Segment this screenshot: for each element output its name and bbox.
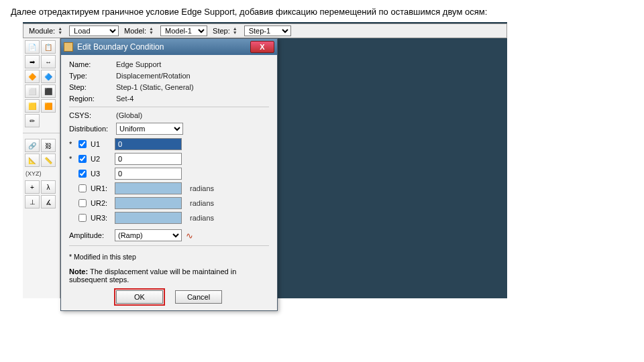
model-select[interactable]: Model-1 <box>160 25 207 36</box>
tool-5[interactable]: 🔶 <box>25 70 40 83</box>
toolbox: 📄📋 ➡↔ 🔶🔷 ⬜⬛ 🟨🟧 ✏ 🔗⛓ 📐📏 (XYZ) +λ ⊥∡ <box>23 38 60 298</box>
tool-12[interactable]: 🔗 <box>25 139 40 152</box>
dof-label: U3 <box>91 170 111 178</box>
region-label: Region: <box>69 95 116 103</box>
tool-10[interactable]: 🟧 <box>41 99 56 113</box>
dof-checkbox-5[interactable] <box>78 214 87 222</box>
tool-6[interactable]: 🔷 <box>41 70 56 83</box>
module-select[interactable]: Load <box>69 25 119 36</box>
dialog-title: Edit Boundary Condition <box>77 42 250 52</box>
tool-19[interactable]: ∡ <box>41 195 56 208</box>
edit-bc-dialog: Edit Boundary Condition X Name:Edge Supp… <box>60 38 278 311</box>
step-label: Step: <box>69 83 116 91</box>
close-button[interactable]: X <box>250 41 274 53</box>
displacement-note: Note: The displacement value will be mai… <box>69 267 269 284</box>
dialog-titlebar[interactable]: Edit Boundary Condition X <box>61 39 277 55</box>
tool-7[interactable]: ⬜ <box>25 84 40 98</box>
context-bar: Module: ▲▼ Load Model: ▲▼ Model-1 Step: … <box>23 23 507 38</box>
viewport: Edit Boundary Condition X Name:Edge Supp… <box>60 38 507 298</box>
dof-label: U2 <box>91 155 111 163</box>
dof-label: U1 <box>91 140 111 148</box>
tool-9[interactable]: 🟨 <box>25 99 40 113</box>
dof-input-0[interactable] <box>115 138 182 150</box>
dof-row-u3: U3 <box>69 168 269 180</box>
modified-star: * <box>69 155 74 163</box>
tool-14[interactable]: 📐 <box>25 154 40 167</box>
step-select[interactable]: Step-1 <box>244 25 291 36</box>
region-value: Set-4 <box>116 95 133 103</box>
dof-checkbox-3[interactable] <box>78 184 87 192</box>
dof-unit: radians <box>190 184 214 192</box>
modified-star: * <box>69 140 74 148</box>
dof-row-ur2: UR2:radians <box>69 197 269 209</box>
model-label: Model: <box>124 27 146 35</box>
xyz-label: (XYZ) <box>23 168 60 179</box>
tool-18[interactable]: ⊥ <box>25 195 40 208</box>
dof-label: UR3: <box>91 214 111 222</box>
tool-1[interactable]: 📄 <box>25 40 40 54</box>
type-value: Displacement/Rotation <box>116 72 191 80</box>
dof-checkbox-1[interactable] <box>78 155 87 163</box>
amplitude-label: Amplitude: <box>69 231 111 239</box>
tool-15[interactable]: 📏 <box>41 154 56 167</box>
name-value: Edge Support <box>116 60 161 68</box>
step-stepper[interactable]: ▲▼ <box>233 27 237 35</box>
instruction-text: Далее отредактируем граничное условие Ed… <box>0 0 644 22</box>
dof-unit: radians <box>190 199 214 207</box>
dof-label: UR1: <box>91 184 111 192</box>
dof-input-1[interactable] <box>115 153 182 165</box>
dof-row-ur1: UR1:radians <box>69 182 269 194</box>
distribution-label: Distribution: <box>69 125 116 133</box>
dof-input-5 <box>115 212 182 224</box>
csys-value: (Global) <box>116 111 142 119</box>
dialog-icon <box>64 42 73 52</box>
step-label: Step: <box>213 27 230 35</box>
model-stepper[interactable]: ▲▼ <box>149 27 154 35</box>
dof-label: UR2: <box>91 199 111 207</box>
name-label: Name: <box>69 60 116 68</box>
tool-8[interactable]: ⬛ <box>41 84 56 98</box>
cancel-button[interactable]: Cancel <box>175 290 222 304</box>
app-window: Module: ▲▼ Load Model: ▲▼ Model-1 Step: … <box>23 22 507 298</box>
amplitude-create-icon[interactable]: ∿ <box>186 231 193 241</box>
dof-row-u1: *U1 <box>69 138 269 150</box>
amplitude-select[interactable]: (Ramp) <box>115 229 182 241</box>
step-value: Step-1 (Static, General) <box>116 83 194 91</box>
dof-input-3 <box>115 182 182 194</box>
dof-input-2[interactable] <box>115 168 182 180</box>
tool-17[interactable]: λ <box>41 180 56 194</box>
dof-checkbox-2[interactable] <box>78 170 87 178</box>
dof-row-u2: *U2 <box>69 153 269 165</box>
ok-button[interactable]: OK <box>116 290 163 304</box>
dof-row-ur3: UR3:radians <box>69 212 269 224</box>
tool-2[interactable]: 📋 <box>41 40 56 54</box>
distribution-select[interactable]: Uniform <box>116 123 183 135</box>
tool-4[interactable]: ↔ <box>41 55 56 68</box>
dof-unit: radians <box>190 214 214 222</box>
dof-checkbox-0[interactable] <box>78 140 87 148</box>
csys-label: CSYS: <box>69 111 116 119</box>
dof-checkbox-4[interactable] <box>78 199 87 207</box>
dof-input-4 <box>115 197 182 209</box>
type-label: Type: <box>69 72 116 80</box>
module-stepper[interactable]: ▲▼ <box>58 27 62 35</box>
tool-16[interactable]: + <box>25 180 40 194</box>
modified-note: * Modified in this step <box>69 253 269 261</box>
tool-3[interactable]: ➡ <box>25 55 40 68</box>
module-label: Module: <box>29 27 55 35</box>
tool-13[interactable]: ⛓ <box>41 139 56 152</box>
tool-11[interactable]: ✏ <box>25 114 40 127</box>
